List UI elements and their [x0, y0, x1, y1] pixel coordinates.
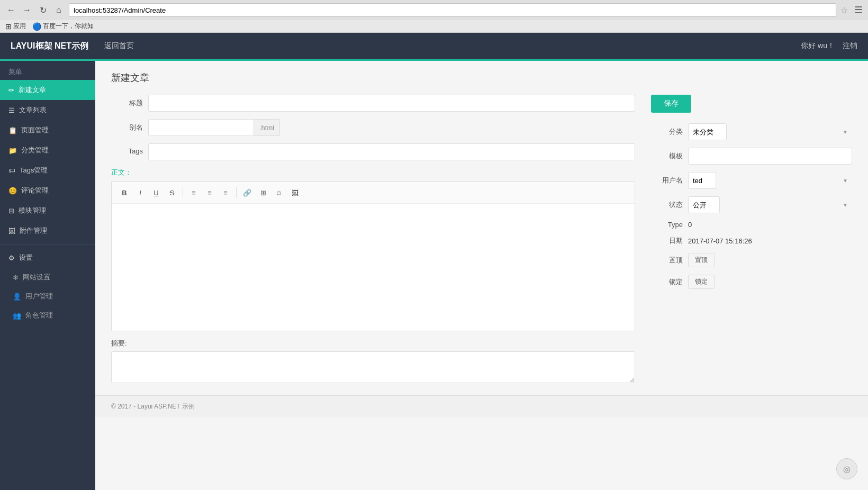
forward-button[interactable]: → — [21, 4, 33, 16]
sidebar-label-page-manage: 页面管理 — [21, 125, 49, 135]
comments-icon: 😊 — [8, 187, 17, 195]
sidebar-label-modules: 模块管理 — [19, 206, 46, 215]
sidebar-label-comments: 评论管理 — [21, 186, 49, 195]
sidebar-item-tags[interactable]: 🏷 Tags管理 — [0, 160, 95, 180]
home-button[interactable]: ⌂ — [53, 4, 65, 16]
summary-input[interactable] — [111, 351, 635, 383]
back-button[interactable]: ← — [5, 4, 17, 16]
bookmark-baidu[interactable]: 🔵 百度一下，你就知 — [32, 22, 94, 31]
title-row: 标题 — [111, 95, 635, 112]
category-select[interactable]: 未分类 — [688, 123, 727, 140]
sidebar-item-category[interactable]: 📁 分类管理 — [0, 140, 95, 160]
bookmark-apps-label: 应用 — [13, 22, 26, 31]
sidebar-label-role-manage: 角色管理 — [25, 311, 53, 320]
sidebar-item-new-article[interactable]: ✏ 新建文章 — [0, 80, 95, 100]
sidebar-item-article-list[interactable]: ☰ 文章列表 — [0, 100, 95, 120]
sidebar-item-page-manage[interactable]: 📋 页面管理 — [0, 120, 95, 140]
content-area: 新建文章 标题 别名 .html — [95, 61, 868, 490]
lock-toggle-button[interactable]: 锁定 — [688, 275, 715, 289]
date-label: 日期 — [651, 236, 683, 246]
footer-text: © 2017 - Layui ASP.NET 示例 — [111, 403, 195, 410]
sidebar-item-role-manage[interactable]: 👥 角色管理 — [0, 306, 95, 325]
align-center-button[interactable]: ≡ — [202, 185, 217, 200]
lock-label: 锁定 — [651, 277, 683, 287]
save-button[interactable]: 保存 — [651, 95, 691, 113]
editor-body[interactable] — [112, 204, 635, 331]
list-icon: ☰ — [8, 106, 15, 114]
title-input[interactable] — [148, 95, 635, 112]
feedback-button[interactable]: ◎ — [836, 458, 857, 479]
sidebar: 菜单 ✏ 新建文章 ☰ 文章列表 📋 页面管理 📁 分类管理 🏷 Tags管理 … — [0, 61, 95, 490]
alias-input[interactable] — [148, 119, 254, 136]
status-row: 状态 公开 草稿 ▼ — [651, 196, 852, 213]
page-title: 新建文章 — [111, 71, 852, 84]
address-bar[interactable] — [69, 3, 836, 17]
link-button[interactable]: 🔗 — [240, 185, 255, 200]
pencil-icon: ✏ — [8, 86, 14, 94]
modules-icon: ⊟ — [8, 207, 14, 215]
table-button[interactable]: ⊞ — [256, 185, 270, 200]
emoji-button[interactable]: ☺ — [272, 185, 286, 200]
sidebar-item-attachments[interactable]: 🖼 附件管理 — [0, 221, 95, 241]
sidebar-item-settings[interactable]: ⚙ 设置 — [0, 248, 95, 268]
template-input[interactable] — [688, 148, 852, 165]
bookmark-apps[interactable]: ⊞ 应用 — [5, 22, 26, 31]
reload-button[interactable]: ↻ — [37, 4, 49, 16]
logout-link[interactable]: 注销 — [843, 41, 857, 51]
browser-chrome: ← → ↻ ⌂ ☆ ☰ ⊞ 应用 🔵 百度一下，你就知 — [0, 0, 868, 33]
header-right: 你好 wu！ 注销 — [801, 41, 857, 51]
summary-section: 摘要: — [111, 339, 635, 385]
tags-input[interactable] — [148, 143, 635, 160]
date-value: 2017-07-07 15:16:26 — [688, 237, 852, 245]
header-left: LAYUI框架 NET示例 返回首页 — [11, 41, 134, 52]
category-chevron-icon: ▼ — [843, 129, 848, 135]
bold-button[interactable]: B — [117, 185, 132, 200]
page-icon: 📋 — [8, 126, 17, 134]
home-link[interactable]: 返回首页 — [104, 41, 134, 51]
content-inner: 新建文章 标题 别名 .html — [95, 61, 868, 395]
username-select[interactable]: ted — [688, 172, 716, 189]
sidebar-divider — [0, 244, 95, 244]
type-label: Type — [651, 221, 683, 229]
browser-menu[interactable]: ☰ — [854, 4, 863, 16]
status-select-wrapper: 公开 草稿 ▼ — [688, 196, 852, 213]
sidebar-label-new-article: 新建文章 — [19, 85, 46, 95]
sidebar-item-comments[interactable]: 😊 评论管理 — [0, 180, 95, 201]
main-layout: 菜单 ✏ 新建文章 ☰ 文章列表 📋 页面管理 📁 分类管理 🏷 Tags管理 … — [0, 61, 868, 490]
user-icon: 👤 — [13, 293, 21, 301]
strikethrough-button[interactable]: S — [165, 185, 179, 200]
sidebar-item-modules[interactable]: ⊟ 模块管理 — [0, 201, 95, 221]
underline-button[interactable]: U — [149, 185, 164, 200]
category-select-wrapper: 未分类 ▼ — [688, 123, 852, 140]
sidebar-label-user-manage: 用户管理 — [25, 292, 53, 301]
template-label: 模板 — [651, 151, 683, 161]
alias-label: 别名 — [111, 119, 143, 132]
username-select-wrapper: ted ▼ — [688, 172, 852, 189]
image-button[interactable]: 🖼 — [287, 185, 302, 200]
baidu-icon: 🔵 — [32, 22, 41, 31]
lock-row: 锁定 锁定 — [651, 275, 852, 289]
sidebar-item-site-settings[interactable]: ❄ 网站设置 — [0, 268, 95, 287]
username-label: 用户名 — [651, 176, 683, 185]
toolbar-sep-2 — [236, 187, 237, 198]
status-select[interactable]: 公开 草稿 — [688, 196, 720, 213]
sidebar-item-user-manage[interactable]: 👤 用户管理 — [0, 287, 95, 306]
bookmark-baidu-label: 百度一下，你就知 — [43, 22, 94, 31]
sidebar-label-tags: Tags管理 — [20, 166, 48, 175]
editor-container: B I U S ≡ ≡ ≡ 🔗 ⊞ ☺ 🖼 — [111, 182, 635, 331]
top-label: 置顶 — [651, 256, 683, 265]
type-value: 0 — [688, 221, 852, 229]
align-left-button[interactable]: ≡ — [186, 185, 201, 200]
apps-icon: ⊞ — [5, 22, 12, 31]
user-greeting: 你好 wu！ — [801, 41, 835, 51]
app-footer: © 2017 - Layui ASP.NET 示例 — [95, 395, 868, 418]
sidebar-section-title: 菜单 — [0, 61, 95, 80]
top-toggle-button[interactable]: 置顶 — [688, 253, 715, 267]
bookmark-star[interactable]: ☆ — [840, 5, 848, 15]
template-row: 模板 — [651, 148, 852, 165]
tags-label: Tags — [111, 143, 143, 155]
align-right-button[interactable]: ≡ — [218, 185, 233, 200]
summary-label: 摘要: — [111, 339, 635, 348]
title-label: 标题 — [111, 95, 143, 108]
italic-button[interactable]: I — [133, 185, 148, 200]
